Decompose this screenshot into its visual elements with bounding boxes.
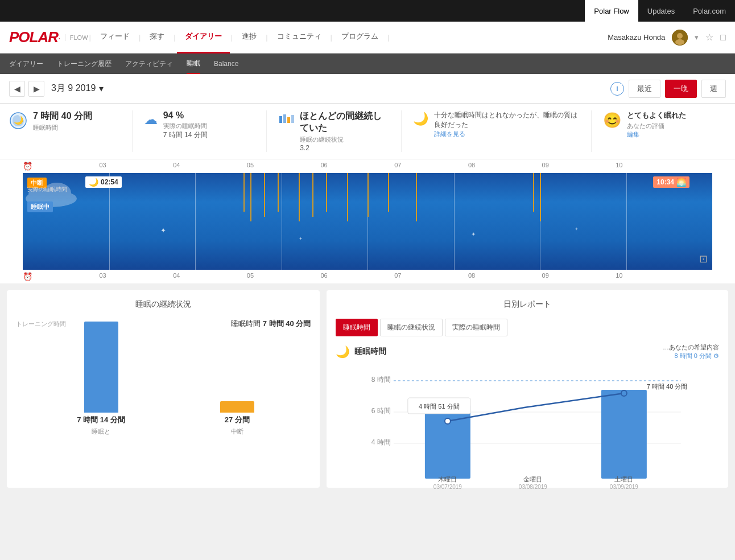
bar-interrupt (220, 401, 254, 413)
edit-link[interactable]: 編集 (627, 130, 715, 139)
sub-nav: ダイアリー トレーニング履歴 アクティビティ 睡眠 Balance (0, 53, 735, 74)
rating-icon: 😊 (603, 112, 621, 129)
sub-nav-training-history[interactable]: トレーニング履歴 (57, 53, 112, 74)
interrupt-bar-11 (416, 173, 417, 221)
top-bar-updates[interactable]: Updates (638, 0, 684, 22)
user-dropdown-arrow[interactable]: ▾ (695, 33, 699, 42)
time-label-05-bottom: 05 (247, 272, 254, 281)
bar-col-interrupt: 27 分間 中断 (186, 322, 288, 436)
report-goal-edit-icon[interactable]: ⚙ (713, 352, 719, 359)
date-text: 3月 9 2019 (51, 83, 96, 94)
bar-interrupt-sublabel: 中断 (231, 427, 243, 436)
rating-label: あなたの評価 (627, 122, 715, 130)
timeline-top: ⏰ 03 04 05 06 07 08 09 10 (0, 159, 735, 173)
actual-sleep-time: 7 時間 14 分間 (163, 130, 255, 140)
sub-nav-sleep[interactable]: 睡眠 (187, 53, 200, 74)
white-line-3 (282, 173, 282, 270)
top-bar-polar-com[interactable]: Polar.com (684, 0, 735, 22)
message-icon[interactable]: □ (720, 32, 726, 43)
nav-item-progress[interactable]: 進捗 (234, 22, 265, 53)
time-label-10-bottom: 10 (616, 272, 622, 281)
crop-icon[interactable]: ⊡ (699, 253, 708, 265)
sub-nav-activity[interactable]: アクティビティ (125, 53, 173, 74)
white-line-2 (195, 173, 196, 270)
actual-sleep-icon: ☁ (144, 112, 158, 127)
interrupt-bar-9 (368, 173, 369, 217)
stat-continuity-content: ほとんどの間継続していた 睡眠の継続状況 3.2 (300, 110, 390, 152)
nav-sep-2: | (139, 33, 141, 42)
bar-thursday (425, 405, 470, 479)
x-date-friday: 03/08/2019 (519, 484, 547, 490)
svg-rect-8 (291, 115, 294, 123)
report-tab-actual-sleep[interactable]: 実際の睡眠時間 (445, 319, 507, 336)
stat-continuity: ほとんどの間継続していた 睡眠の継続状況 3.2 (278, 110, 402, 152)
favorite-icon[interactable]: ☆ (705, 32, 713, 43)
top-bar-polar-flow[interactable]: Polar Flow (585, 0, 638, 22)
svg-rect-5 (279, 116, 282, 123)
report-tabs: 睡眠時間 睡眠の継続状況 実際の睡眠時間 (336, 319, 719, 336)
recent-button[interactable]: 最近 (629, 80, 660, 98)
svg-text:🌙: 🌙 (14, 116, 24, 125)
bar-sleep-sublabel: 睡眠と (92, 427, 110, 436)
daily-report-card: 日別レポート 睡眠時間 睡眠の継続状況 実際の睡眠時間 🌙 睡眠時間 …あなたの… (327, 290, 728, 488)
point-thursday (445, 418, 451, 424)
time-label-03-top: 03 (99, 162, 106, 171)
svg-point-1 (677, 33, 683, 39)
continuity-label: 睡眠の継続状況 (300, 135, 390, 144)
interrupt-bar-10 (388, 173, 389, 212)
nav-item-community[interactable]: コミュニティ (269, 22, 329, 53)
date-prev-button[interactable]: ◀ (9, 81, 25, 97)
report-goal-hours[interactable]: 8 時間 0 分間 (675, 352, 712, 359)
white-line-7 (626, 173, 627, 270)
nav-sep-3: | (174, 33, 175, 42)
week-button[interactable]: 週 (701, 80, 726, 98)
details-link[interactable]: 詳細を見る (434, 130, 580, 138)
report-tab-continuity[interactable]: 睡眠の継続状況 (380, 319, 443, 336)
date-bar: ◀ ▶ 3月 9 2019 ▾ i 最近 一晩 週 (0, 74, 735, 104)
actual-sleep-time-label: 実際の睡眠時間 (27, 186, 67, 193)
sleep-chart-outer: ⏰ 03 04 05 06 07 08 09 10 ✦ ✦ ✦ ✦ 中断 睡 (0, 159, 735, 283)
info-button[interactable]: i (610, 82, 624, 96)
avatar[interactable] (672, 30, 688, 46)
onenight-button[interactable]: 一晩 (665, 80, 697, 98)
nav-item-explore[interactable]: 探す (142, 22, 172, 53)
trend-line (448, 393, 624, 421)
stat-sleep-duration: 🌙 7 時間 40 分間 睡眠時間 (9, 110, 133, 152)
top-bar: Polar Flow Updates Polar.com (0, 0, 735, 22)
report-tab-sleep-time[interactable]: 睡眠時間 (336, 319, 378, 336)
stat-actual-sleep: ☁ 94 % 実際の睡眠時間 7 時間 14 分間 (144, 110, 267, 152)
polar-logo[interactable]: POLAR . FLOW (9, 28, 88, 46)
continuity-value: ほとんどの間継続していた (300, 110, 390, 134)
y-label-8h: 8 時間 (371, 376, 391, 384)
time-label-07-top: 07 (394, 162, 401, 171)
report-header: 🌙 睡眠時間 …あなたの希望内容 8 時間 0 分間 ⚙ (336, 343, 719, 360)
nav-item-diary[interactable]: ダイアリー (177, 22, 230, 53)
timeline-bottom: ⏰ 03 04 05 06 07 08 09 10 (0, 270, 735, 283)
bar-col-sleep: 7 時間 14 分間 睡眠と (50, 322, 152, 436)
nav-item-feed[interactable]: フィード (92, 22, 138, 53)
sub-nav-diary[interactable]: ダイアリー (9, 53, 43, 74)
actual-sleep-label: 実際の睡眠時間 (163, 122, 255, 130)
interrupt-bar-3 (264, 173, 265, 217)
sleep-start-time: 🌙 02:54 (85, 176, 122, 188)
report-goal: …あなたの希望内容 8 時間 0 分間 ⚙ (663, 343, 719, 360)
interrupt-bar-5 (299, 173, 300, 221)
nav-item-program[interactable]: プログラム (333, 22, 386, 53)
sub-nav-balance[interactable]: Balance (214, 53, 238, 74)
nav-sep-1: | (89, 33, 91, 42)
time-label-08-bottom: 08 (468, 272, 475, 281)
sleeping-label: 睡眠中 (27, 201, 53, 212)
time-label-09-top: 09 (542, 162, 549, 171)
date-next-button[interactable]: ▶ (28, 81, 44, 97)
spacer-top (689, 162, 712, 171)
interrupt-bar-8 (347, 173, 348, 221)
line-chart-svg: 8 時間 6 時間 4 時間 4 (336, 365, 719, 490)
continuity-card-title: 睡眠の継続状況 (16, 299, 311, 310)
polar-logo-text: POLAR (9, 28, 58, 46)
date-display[interactable]: 3月 9 2019 ▾ (51, 83, 104, 94)
report-section-title: 🌙 睡眠時間 (336, 345, 386, 359)
stat-message-content: 十分な睡眠時間はとれなかったが、睡眠の質は良好だった 詳細を見る (434, 110, 580, 138)
bar-y-axis (16, 333, 47, 425)
interrupt-bar-7 (326, 173, 327, 212)
nav-sep-5: | (266, 33, 267, 42)
